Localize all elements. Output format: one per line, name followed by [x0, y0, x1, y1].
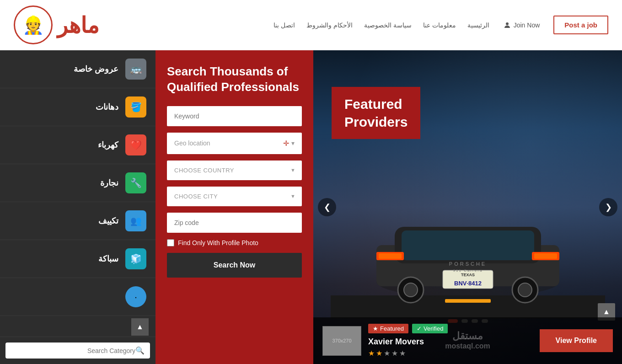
- sidebar-label-electric: كهرباء: [98, 140, 118, 150]
- svg-text:BNV·8412: BNV·8412: [454, 280, 482, 287]
- plumbing-icon: 🧊: [125, 248, 146, 269]
- svg-text:PORSCHE: PORSCHE: [449, 261, 486, 267]
- sidebar-item-special[interactable]: 🚌 عروض خاصة: [0, 50, 156, 88]
- sidebar-label-painting: دهانات: [96, 102, 118, 112]
- sidebar-scroll-top-button[interactable]: ▲: [131, 318, 149, 336]
- view-profile-button[interactable]: View Profile: [540, 329, 613, 352]
- more-icon: ·: [125, 286, 146, 307]
- star-3: ★: [384, 349, 390, 358]
- main-content: 🚌 عروض خاصة 🪣 دهانات ❤️ كهرباء 🔧 نجارة 👥…: [0, 50, 622, 364]
- check-icon: ✓: [417, 325, 422, 332]
- nav-item-about[interactable]: معلومات عنا: [423, 21, 456, 29]
- electric-icon: ❤️: [125, 134, 146, 155]
- svg-rect-1: [331, 295, 605, 318]
- sidebar-item-electric[interactable]: ❤️ كهرباء: [0, 126, 156, 164]
- search-panel: Search Thousands of Qualified Profession…: [156, 50, 313, 364]
- sidebar-label-ac: تكييف: [98, 216, 118, 226]
- geo-location-select[interactable]: Geo location ✛ ▾: [167, 133, 302, 154]
- nav-item-contact[interactable]: اتصل بنا: [273, 21, 295, 29]
- sidebar: 🚌 عروض خاصة 🪣 دهانات ❤️ كهرباء 🔧 نجارة 👥…: [0, 50, 156, 364]
- hero-area: Featured Providers: [313, 50, 622, 364]
- next-button[interactable]: ❯: [599, 198, 617, 216]
- post-job-button[interactable]: Post a job: [553, 16, 608, 34]
- geo-icon: ✛: [283, 139, 289, 148]
- search-category-input[interactable]: [11, 347, 135, 354]
- watermark: مستقل mostaql.com: [445, 330, 490, 350]
- star-1: ★: [368, 349, 375, 358]
- svg-text:TEXAS: TEXAS: [461, 273, 474, 277]
- featured-banner: Featured Providers: [332, 87, 420, 139]
- painting-icon: 🪣: [125, 96, 146, 118]
- city-select-wrapper: CHOOSE CITY: [167, 187, 302, 206]
- svg-text:911 Carrera: 911 Carrera: [453, 268, 483, 273]
- verified-badge: ✓ Verified: [412, 324, 448, 333]
- svg-rect-6: [402, 230, 534, 260]
- star-icon: ★: [373, 325, 378, 332]
- svg-rect-8: [379, 253, 402, 259]
- search-title: Search Thousands of Qualified Profession…: [167, 64, 302, 95]
- nav-item-terms[interactable]: الأحكام والشروط: [306, 21, 353, 29]
- nav-links: الرئيسية معلومات عنا سياسة الخصوصية الأح…: [273, 21, 489, 29]
- join-now-button[interactable]: Join Now: [503, 21, 540, 29]
- svg-point-15: [404, 283, 418, 297]
- sidebar-label-carpentry: نجارة: [100, 178, 118, 188]
- carpentry-icon: 🔧: [125, 172, 146, 193]
- sidebar-search: 🔍: [0, 337, 156, 364]
- country-select-wrapper: CHOOSE COUNTRY: [167, 161, 302, 180]
- svg-rect-2: [445, 299, 491, 303]
- search-now-button[interactable]: Search Now: [167, 253, 302, 278]
- svg-point-17: [518, 283, 532, 297]
- sidebar-item-carpentry[interactable]: 🔧 نجارة: [0, 164, 156, 202]
- star-2: ★: [376, 349, 382, 358]
- header: 👷 ماهر الرئيسية معلومات عنا سياسة الخصوص…: [0, 0, 622, 50]
- sidebar-label-special: عروض خاصة: [74, 64, 118, 74]
- sidebar-item-ac[interactable]: 👥 تكييف: [0, 202, 156, 240]
- nav-right: الرئيسية معلومات عنا سياسة الخصوصية الأح…: [273, 16, 608, 34]
- provider-thumbnail: 370x270: [322, 326, 361, 356]
- photo-checkbox-input[interactable]: [167, 239, 174, 246]
- nav-item-home[interactable]: الرئيسية: [467, 21, 489, 29]
- search-category-button[interactable]: 🔍: [135, 346, 145, 355]
- sidebar-item-painting[interactable]: 🪣 دهانات: [0, 88, 156, 126]
- sidebar-search-box: 🔍: [5, 343, 150, 359]
- keyword-input[interactable]: [167, 106, 302, 126]
- sidebar-label-plumbing: سباكة: [98, 254, 118, 264]
- logo: 👷 ماهر: [14, 5, 99, 44]
- city-select[interactable]: CHOOSE CITY: [167, 187, 302, 206]
- logo-circle: 👷: [14, 5, 53, 44]
- logo-text: ماهر: [57, 12, 99, 38]
- country-select[interactable]: CHOOSE COUNTRY: [167, 161, 302, 180]
- sidebar-item-plumbing[interactable]: 🧊 سباكة: [0, 240, 156, 278]
- star-4: ★: [391, 349, 398, 358]
- special-icon: 🚌: [125, 59, 146, 80]
- nav-item-privacy[interactable]: سياسة الخصوصية: [364, 21, 412, 29]
- zip-input[interactable]: [167, 213, 302, 233]
- sidebar-item-more[interactable]: ·: [0, 278, 156, 316]
- photo-checkbox-label[interactable]: Find Only With Profile Photo: [167, 239, 302, 246]
- car-image: TEXAS BNV·8412 PORSCHE 911 Carrera: [331, 172, 605, 318]
- star-5: ★: [399, 349, 406, 358]
- svg-rect-10: [534, 253, 557, 259]
- svg-point-0: [506, 22, 509, 25]
- featured-badge: ★ Featured: [368, 324, 408, 333]
- prev-button[interactable]: ❮: [318, 198, 336, 216]
- ac-icon: 👥: [125, 210, 146, 231]
